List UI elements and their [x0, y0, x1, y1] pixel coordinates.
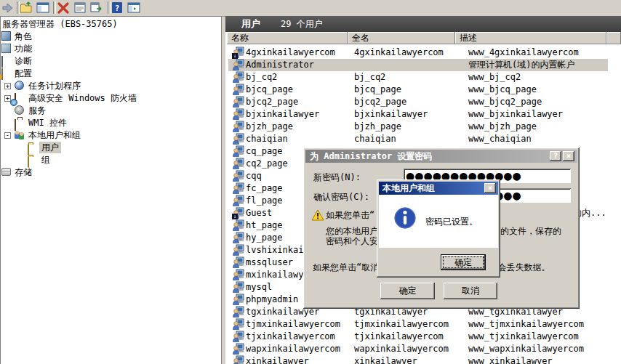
- tree-item[interactable]: 用户: [0, 142, 221, 153]
- table-row[interactable]: bjxinkailawyer bjxinkailawyer www_bjxink…: [228, 108, 608, 121]
- user-account-icon: [233, 195, 244, 206]
- user-account-icon: [233, 219, 244, 231]
- message-box-titlebar[interactable]: 本地用户和组 ×: [379, 182, 498, 195]
- user-description-cell: www_chaiqian: [468, 133, 605, 145]
- table-row[interactable]: 4gxinkailawyercom 4gxinkailawyercom www_…: [228, 46, 608, 59]
- table-row[interactable]: tjxinkailawyercom tjxinkailawyercom www_…: [228, 331, 608, 343]
- cancel-button[interactable]: 取消: [444, 283, 497, 299]
- user-account-icon: [233, 121, 244, 132]
- new-password-label: 新密码(N):: [313, 171, 361, 184]
- table-row[interactable]: bjcq_page bjcq_page www_bjcq_page: [228, 84, 608, 96]
- user-account-icon: [233, 96, 244, 108]
- user-account-icon: [233, 108, 244, 120]
- tree-item-label: 存储: [12, 166, 34, 178]
- column-header-description[interactable]: 描述: [455, 32, 606, 44]
- services-icon: [15, 105, 24, 115]
- account-disabled-badge-icon: [232, 53, 238, 59]
- user-account-icon: [233, 318, 244, 330]
- user-name-cell: xinkailawyer: [246, 355, 351, 364]
- tree-item-label: 高级安全 Windows 防火墙: [26, 92, 139, 104]
- user-fullname-cell: xinkailawyer: [354, 355, 465, 364]
- delete-icon[interactable]: [57, 1, 70, 15]
- pane-title: 用户: [241, 16, 260, 32]
- warning-icon: [311, 209, 324, 223]
- table-row[interactable]: bjcq2_page bjcq2_page www_bjcq2_page: [228, 96, 608, 108]
- user-description-cell: www_xinkailawyer: [468, 355, 605, 364]
- user-name-cell: bjcq2_page: [246, 96, 351, 108]
- tree-item[interactable]: WMI 控件: [0, 117, 221, 129]
- toolbar: ?: [0, 0, 621, 17]
- user-account-icon: [233, 281, 244, 293]
- task-scheduler-icon: [15, 81, 24, 90]
- tree-item[interactable]: - 本地用户和组: [0, 129, 221, 141]
- user-name-cell: bjcq_page: [246, 84, 351, 96]
- column-header-name[interactable]: 名称: [227, 32, 348, 44]
- user-account-icon: [233, 207, 244, 219]
- user-name-cell: 4gxinkailawyercom: [246, 46, 351, 59]
- table-row[interactable]: bj_cq2 bj_cq2 www_bj_cq2: [228, 71, 608, 84]
- user-description-cell: www_wapxinkailawyercom: [468, 343, 605, 355]
- show-console-tree-icon[interactable]: [36, 1, 49, 15]
- up-folder-icon[interactable]: [20, 1, 33, 15]
- column-header-fullname[interactable]: 全名: [348, 32, 455, 44]
- tree-item-label: 配置: [12, 68, 34, 79]
- user-account-icon: [233, 244, 244, 256]
- tree-item[interactable]: 存储: [0, 166, 221, 178]
- warning-text-line1: 如果您单击“: [326, 210, 374, 220]
- table-row[interactable]: tjmxinkailawyercom tjmxinkailawyercom ww…: [228, 318, 608, 331]
- message-box-content: 密码已设置。: [379, 195, 498, 248]
- user-name-cell: wapxinkailawyercom: [246, 343, 351, 355]
- table-row[interactable]: chaiqian chaiqian www_chaiqian: [228, 133, 608, 145]
- tree-item-label: 用户: [39, 142, 61, 153]
- warning-text-line3: 密码和个人安: [326, 236, 378, 246]
- tree-item[interactable]: 诊断: [0, 55, 221, 67]
- forward-arrow-icon[interactable]: [1, 1, 14, 15]
- tree-item[interactable]: 功能: [0, 43, 221, 54]
- message-box-close-icon[interactable]: ×: [484, 183, 496, 193]
- dialog-help-icon[interactable]: ?: [550, 151, 561, 161]
- user-account-icon: [233, 294, 244, 305]
- user-name-cell: tjxinkailawyercom: [246, 331, 351, 343]
- tree-item[interactable]: 组: [0, 154, 221, 166]
- user-fullname-cell: bjcq2_page: [354, 96, 465, 108]
- table-row[interactable]: xinkailawyer xinkailawyer www_xinkailawy…: [228, 355, 608, 364]
- message-box-title: 本地用户和组: [382, 182, 435, 195]
- dialog-close-icon[interactable]: ×: [563, 151, 574, 161]
- help-icon[interactable]: ?: [111, 1, 124, 15]
- user-fullname-cell: tjxinkailawyercom: [354, 331, 465, 343]
- tree-expander-icon[interactable]: -: [4, 132, 11, 139]
- user-fullname-cell: bj_cq2: [354, 71, 465, 84]
- user-description-cell: www_bjxinkailawyer: [468, 108, 605, 121]
- tree-item[interactable]: 服务: [0, 105, 221, 116]
- user-account-icon: [233, 232, 244, 243]
- user-account-icon: [233, 269, 244, 280]
- message-box-ok-button[interactable]: 确定: [441, 254, 486, 270]
- tree-item-label: 功能: [12, 43, 34, 54]
- console-window-icon[interactable]: [127, 1, 140, 15]
- table-row[interactable]: wapxinkailawyercom wapxinkailawyercom ww…: [228, 343, 608, 355]
- user-fullname-cell: chaiqian: [354, 133, 465, 145]
- tree-expander-icon[interactable]: +: [4, 83, 11, 89]
- tree-item[interactable]: + 任务计划程序: [0, 80, 221, 92]
- export-list-icon[interactable]: [90, 1, 103, 15]
- tree-item[interactable]: 角色: [0, 31, 221, 42]
- user-account-icon: [233, 182, 244, 194]
- user-name-cell: bjxinkailawyer: [246, 108, 351, 121]
- tree-item[interactable]: 服务器管理器 (EBS-35765): [0, 18, 221, 30]
- tree-item[interactable]: 配置: [0, 68, 221, 79]
- table-row[interactable]: Administrator 管理计算机(域)的内置帐户: [228, 59, 608, 71]
- features-icon: [1, 44, 11, 53]
- user-account-icon: [233, 71, 244, 83]
- dialog-titlebar[interactable]: 为 Administrator 设置密码 ? ×: [305, 150, 577, 163]
- user-description-cell: www_tjxinkailawyercom: [468, 331, 605, 343]
- table-row[interactable]: bjzh_page bjzh_page www_bjzh_page: [228, 121, 608, 133]
- tree-item[interactable]: + 高级安全 Windows 防火墙: [0, 92, 221, 104]
- server-manager-window: ? 服务器管理器 (EBS-35765) 角色: [0, 0, 621, 364]
- ok-button[interactable]: 确定: [380, 283, 435, 299]
- properties-icon[interactable]: [73, 1, 87, 15]
- info-icon: [393, 206, 417, 232]
- user-account-icon: [233, 145, 244, 157]
- user-fullname-cell: bjxinkailawyer: [354, 108, 465, 121]
- user-fullname-cell: wapxinkailawyercom: [354, 343, 465, 355]
- user-account-icon: [233, 46, 244, 58]
